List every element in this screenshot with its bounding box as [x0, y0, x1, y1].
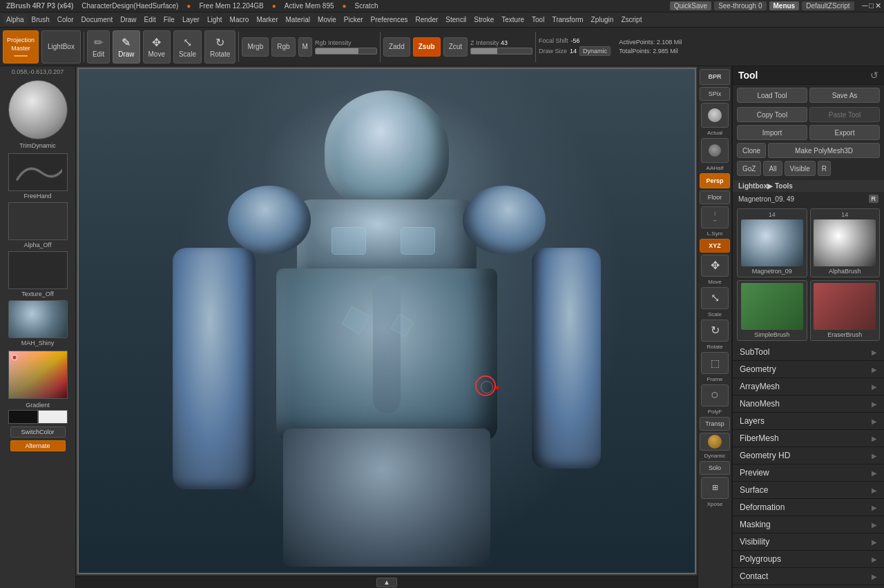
all-button[interactable]: All [763, 161, 782, 176]
surface-section[interactable]: Surface ▶ [733, 482, 884, 499]
alpha-brush-thumb[interactable]: 14 AlphaBrush [810, 208, 881, 277]
see-through-button[interactable]: See-through 0 [714, 1, 766, 10]
polygroups-section[interactable]: Polygroups ▶ [733, 551, 884, 568]
masking-section[interactable]: Masking ▶ [733, 516, 884, 533]
menu-zscript[interactable]: Zscript [617, 14, 645, 25]
visibility-section[interactable]: Visibility ▶ [733, 533, 884, 551]
gradient-preview[interactable] [8, 410, 68, 424]
aahalf-button[interactable] [701, 138, 729, 163]
menu-render[interactable]: Render [412, 14, 442, 25]
menu-alpha[interactable]: Alpha [3, 14, 28, 25]
xyz-icon-area[interactable]: ↕↔ [701, 206, 729, 228]
projection-master-button[interactable]: ProjectionMaster [3, 30, 39, 63]
menu-color[interactable]: Color [54, 14, 77, 25]
scale-button[interactable]: ⤡ Scale [173, 30, 202, 63]
rotate-button[interactable]: ↻ Rotate [204, 30, 236, 63]
export-button[interactable]: Export [809, 125, 880, 140]
menu-texture[interactable]: Texture [498, 14, 528, 25]
minimize-button[interactable]: ─ [863, 1, 868, 10]
scale-nav-button[interactable]: ⤡ [701, 287, 729, 309]
zscript-button[interactable]: DefaultZScript [802, 1, 854, 10]
rgb-button[interactable]: Rgb [271, 37, 295, 57]
geometry-section[interactable]: Geometry ▶ [733, 361, 884, 378]
bottom-arrow-up[interactable]: ▲ [376, 578, 397, 587]
mrgb-button[interactable]: Mrgb [242, 37, 269, 57]
m-button[interactable]: M [298, 37, 312, 57]
switch-color-button[interactable]: SwitchColor [10, 427, 66, 438]
menu-macro[interactable]: Macro [227, 14, 253, 25]
menu-document[interactable]: Document [78, 14, 117, 25]
copy-tool-button[interactable]: Copy Tool [737, 107, 807, 122]
layers-section[interactable]: Layers ▶ [733, 413, 884, 430]
eraser-brush-thumb[interactable]: EraserBrush [810, 280, 881, 341]
menu-tool[interactable]: Tool [528, 14, 548, 25]
alternate-button[interactable]: Alternate [10, 440, 66, 451]
edit-button[interactable]: ✏ Edit [87, 30, 110, 63]
actual-button[interactable] [701, 103, 729, 128]
floor-button[interactable]: Floor [700, 190, 730, 204]
rgb-intensity-slider[interactable] [315, 48, 377, 55]
menu-picker[interactable]: Picker [340, 14, 367, 25]
menu-layer[interactable]: Layer [179, 14, 203, 25]
geometry-hd-section[interactable]: Geometry HD ▶ [733, 447, 884, 464]
preview-section[interactable]: Preview ▶ [733, 464, 884, 482]
menu-zplugin[interactable]: Zplugin [588, 14, 617, 25]
oxyz-button[interactable]: XYZ [700, 239, 730, 253]
transp-button[interactable]: Transp [700, 417, 730, 431]
menu-stencil[interactable]: Stencil [442, 14, 470, 25]
subtool-section[interactable]: SubTool ▶ [733, 344, 884, 361]
persp-button[interactable]: Persp [700, 173, 730, 188]
zcut-button[interactable]: Zcut [443, 37, 468, 57]
xpose-button[interactable]: ⊞ [701, 477, 729, 499]
solo-button[interactable]: Solo [700, 461, 730, 475]
menu-edit[interactable]: Edit [141, 14, 160, 25]
material-preview[interactable] [8, 300, 68, 338]
paste-tool-button[interactable]: Paste Tool [809, 107, 880, 122]
arraymesh-section[interactable]: ArrayMesh ▶ [733, 378, 884, 395]
menu-preferences[interactable]: Preferences [367, 14, 412, 25]
magnetron-thumb[interactable]: 14 Magnetron_09 [737, 208, 807, 277]
menu-light[interactable]: Light [204, 14, 226, 25]
maximize-button[interactable]: □ [869, 1, 874, 10]
zsub-button[interactable]: Zsub [413, 37, 441, 57]
quicksave-button[interactable]: QuickSave [670, 1, 711, 10]
menus-button[interactable]: Menus [769, 1, 800, 10]
menu-movie[interactable]: Movie [314, 14, 340, 25]
draw-button[interactable]: ✎ Draw [113, 30, 140, 63]
spix-button[interactable]: SPix [700, 87, 730, 101]
save-as-button[interactable]: Save As [809, 88, 880, 103]
make-polymesh-button[interactable]: Make PolyMesh3D [768, 143, 880, 158]
load-tool-button[interactable]: Load Tool [737, 88, 807, 103]
visible-button[interactable]: Visible [785, 161, 816, 176]
lightbox-button[interactable]: LightBox [41, 30, 81, 63]
fibermesh-section[interactable]: FiberMesh ▶ [733, 430, 884, 447]
nanomesh-section[interactable]: NanoMesh ▶ [733, 395, 884, 413]
import-button[interactable]: Import [737, 125, 807, 140]
zadd-button[interactable]: Zadd [383, 37, 410, 57]
r-badge[interactable]: R [869, 195, 879, 203]
deformation-section[interactable]: Deformation ▶ [733, 499, 884, 516]
morph-target-section[interactable]: Morph Target ▶ [733, 585, 884, 588]
menu-file[interactable]: File [160, 14, 178, 25]
texture-preview[interactable] [8, 251, 68, 289]
rotate-nav-button[interactable]: ↻ [701, 320, 729, 342]
menu-material[interactable]: Material [282, 14, 314, 25]
move-nav-button[interactable]: ✥ [701, 255, 729, 277]
frame-button[interactable]: ⬚ [701, 352, 729, 374]
bpr-button[interactable]: BPR [700, 69, 730, 85]
simple-brush-thumb[interactable]: SimpleBrush [737, 280, 807, 341]
brush-preview[interactable] [8, 80, 68, 139]
menu-draw[interactable]: Draw [117, 14, 140, 25]
menu-transform[interactable]: Transform [548, 14, 586, 25]
goz-button[interactable]: GoZ [737, 161, 761, 176]
refresh-icon[interactable]: ↺ [870, 70, 878, 81]
contact-section[interactable]: Contact ▶ [733, 568, 884, 585]
menu-stroke[interactable]: Stroke [470, 14, 497, 25]
menu-marker[interactable]: Marker [253, 14, 281, 25]
canvas-viewport[interactable] [77, 68, 696, 574]
move-button[interactable]: ✥ Move [143, 30, 171, 63]
color-picker[interactable] [8, 351, 68, 399]
alpha-preview[interactable] [8, 202, 68, 240]
menu-brush[interactable]: Brush [28, 14, 53, 25]
dynamic-nav-button[interactable] [700, 433, 730, 451]
